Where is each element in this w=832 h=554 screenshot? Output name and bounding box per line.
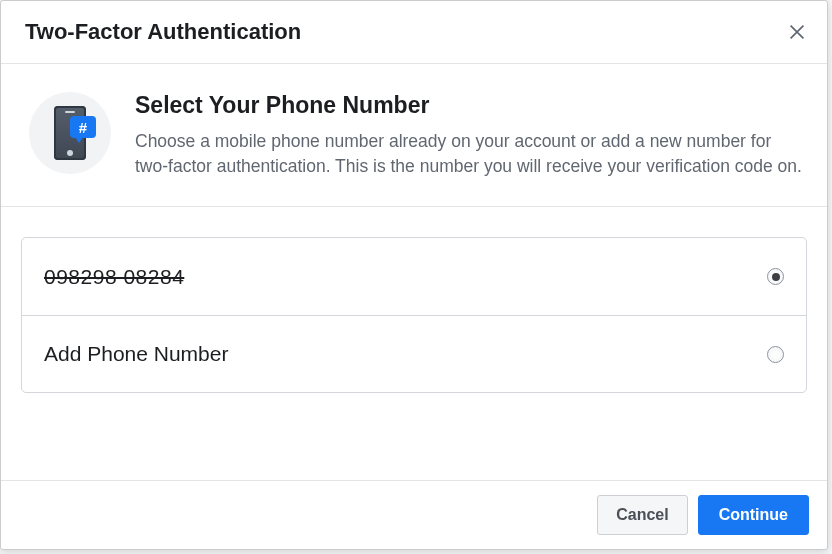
- modal-footer: Cancel Continue: [1, 480, 827, 549]
- intro-description: Choose a mobile phone number already on …: [135, 129, 803, 178]
- phone-options: 098298 08284 Add Phone Number: [1, 207, 827, 419]
- intro-heading: Select Your Phone Number: [135, 92, 803, 119]
- radio-selected[interactable]: [767, 268, 784, 285]
- modal-title: Two-Factor Authentication: [25, 19, 301, 45]
- option-label: Add Phone Number: [44, 342, 228, 366]
- option-existing-number[interactable]: 098298 08284: [22, 238, 806, 315]
- close-icon: [786, 21, 808, 43]
- close-button[interactable]: [785, 20, 809, 44]
- intro-text: Select Your Phone Number Choose a mobile…: [135, 92, 803, 178]
- modal-header: Two-Factor Authentication: [1, 1, 827, 64]
- radio-unselected[interactable]: [767, 346, 784, 363]
- cancel-button[interactable]: Cancel: [597, 495, 687, 535]
- intro-section: # Select Your Phone Number Choose a mobi…: [1, 64, 827, 207]
- two-factor-modal: Two-Factor Authentication # Select Your …: [0, 0, 828, 550]
- option-add-number[interactable]: Add Phone Number: [22, 315, 806, 392]
- hash-bubble-icon: #: [70, 116, 96, 138]
- phone-icon: #: [54, 106, 86, 160]
- continue-button[interactable]: Continue: [698, 495, 809, 535]
- option-list: 098298 08284 Add Phone Number: [21, 237, 807, 393]
- option-label: 098298 08284: [44, 265, 184, 289]
- phone-illustration: #: [29, 92, 111, 174]
